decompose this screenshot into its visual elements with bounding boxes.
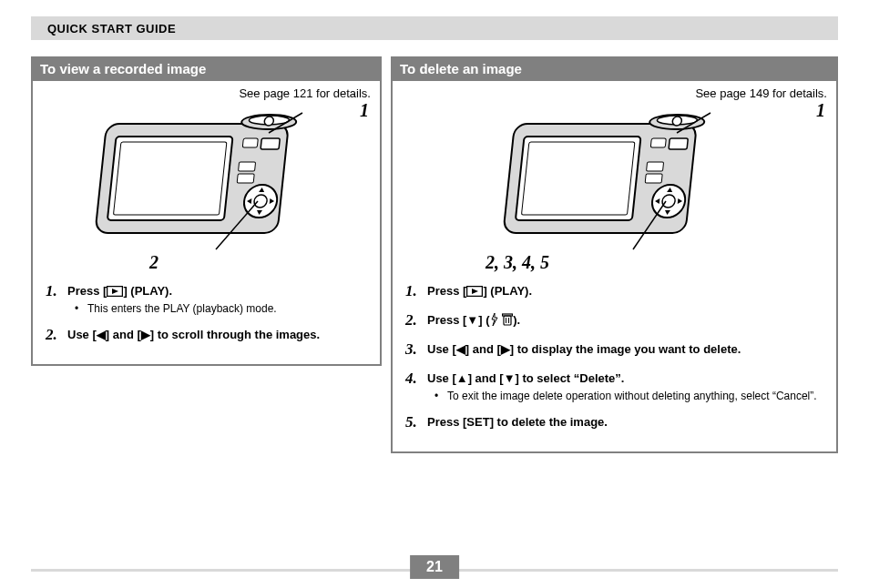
trash-icon	[502, 313, 513, 326]
camera-back-icon	[88, 106, 325, 256]
panel-delete-image: To delete an image See page 149 for deta…	[391, 56, 838, 563]
step-text: Press [▼] ( ).	[427, 311, 823, 327]
svg-rect-16	[515, 137, 640, 220]
step-item: 4. Use [▲] and [▼] to select “Delete”. •…	[405, 370, 823, 402]
step-number: 3.	[405, 340, 422, 359]
svg-point-11	[253, 195, 267, 208]
step-item: 1. Press [] (PLAY).	[405, 282, 823, 300]
callout-1-view: 1	[360, 100, 369, 121]
step-number: 5.	[405, 413, 422, 431]
panel-view-image: To view a recorded image See page 121 fo…	[31, 56, 382, 563]
callout-2-delete: 2, 3, 4, 5	[486, 252, 549, 273]
flash-icon	[490, 313, 499, 326]
panel-box-view: See page 121 for details.	[31, 81, 382, 366]
svg-rect-6	[261, 138, 280, 149]
step-item: 1. Press [] (PLAY). •This enters the PLA…	[46, 282, 367, 315]
step-number: 2.	[46, 326, 62, 344]
step-text: Use [▲] and [▼] to select “Delete”.	[427, 370, 823, 385]
step-number: 4.	[405, 370, 422, 388]
content-area: To view a recorded image See page 121 fo…	[31, 56, 838, 563]
svg-point-20	[671, 117, 681, 126]
step-bullet: •This enters the PLAY (playback) mode.	[75, 302, 367, 315]
svg-point-26	[661, 195, 675, 208]
play-rect-icon	[466, 286, 483, 297]
svg-rect-7	[242, 138, 258, 147]
camera-back-icon	[496, 106, 733, 256]
panel-title-delete: To delete an image	[391, 56, 838, 81]
svg-rect-22	[650, 138, 666, 147]
step-item: 3. Use [◀] and [▶] to display the image …	[405, 340, 823, 359]
svg-rect-21	[669, 138, 688, 149]
see-page-view: See page 121 for details.	[42, 86, 371, 100]
header-bar: QUICK START GUIDE	[31, 16, 838, 40]
header-title: QUICK START GUIDE	[47, 22, 176, 35]
svg-rect-31	[503, 314, 513, 316]
svg-point-5	[263, 117, 273, 126]
panel-title-view: To view a recorded image	[31, 56, 382, 81]
svg-rect-1	[107, 137, 232, 220]
page-number-badge: 21	[410, 555, 459, 579]
steps-list-delete: 1. Press [] (PLAY). 2. Press [▼] ( ).	[402, 279, 827, 431]
svg-rect-8	[238, 162, 255, 171]
step-item: 5. Press [SET] to delete the image.	[405, 413, 823, 431]
steps-list-view: 1. Press [] (PLAY). •This enters the PLA…	[42, 279, 371, 344]
svg-rect-30	[504, 316, 511, 325]
step-item: 2. Press [▼] ( ).	[405, 311, 823, 329]
play-rect-icon	[107, 286, 123, 297]
step-number: 2.	[405, 311, 422, 329]
step-item: 2. Use [◀] and [▶] to scroll through the…	[46, 326, 367, 344]
see-page-delete: See page 149 for details.	[402, 86, 827, 100]
step-number: 1.	[405, 282, 422, 300]
step-text: Use [◀] and [▶] to scroll through the im…	[67, 326, 367, 341]
callout-1-delete: 1	[816, 100, 825, 121]
panel-box-delete: See page 149 for details.	[391, 81, 838, 453]
svg-rect-9	[237, 174, 254, 183]
step-text: Press [] (PLAY).	[427, 282, 823, 298]
step-text: Press [] (PLAY).	[67, 282, 367, 298]
callout-2-view: 2	[149, 252, 158, 273]
step-bullet: •To exit the image delete operation with…	[434, 390, 823, 402]
step-number: 1.	[46, 282, 62, 300]
camera-illustration-delete: 1 2, 3, 4, 5	[402, 106, 827, 279]
step-text: Use [◀] and [▶] to display the image you…	[427, 340, 823, 356]
camera-illustration-view: 1 2	[42, 106, 371, 279]
step-text: Press [SET] to delete the image.	[427, 413, 823, 429]
svg-rect-24	[645, 174, 662, 183]
svg-rect-23	[646, 162, 663, 171]
